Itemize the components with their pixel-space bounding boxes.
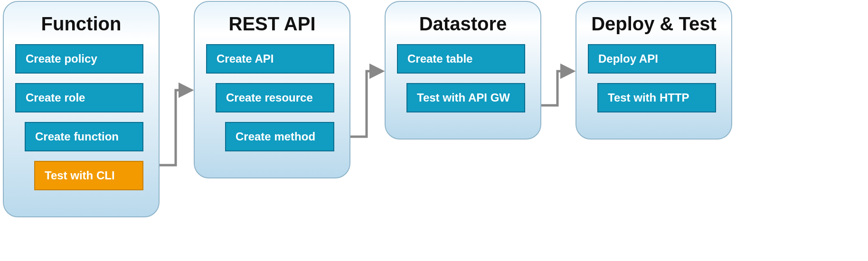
step-label: Test with HTTP	[608, 91, 689, 104]
step-create-method: Create method	[225, 122, 334, 151]
diagram-canvas: Function Create policy Create role Creat…	[0, 0, 868, 261]
step-test-with-http: Test with HTTP	[597, 83, 716, 112]
step-label: Create API	[217, 52, 274, 65]
step-create-table: Create table	[397, 44, 525, 74]
panel-title: Datastore	[397, 13, 529, 35]
panel-title: Deploy & Test	[588, 13, 720, 35]
step-create-resource: Create resource	[216, 83, 334, 112]
step-label: Create function	[35, 130, 119, 143]
step-create-function: Create function	[25, 122, 143, 151]
panel-datastore: Datastore Create table Test with API GW	[385, 1, 541, 140]
arrow-3	[541, 71, 573, 105]
step-label: Create table	[407, 52, 472, 65]
panel-function: Function Create policy Create role Creat…	[3, 1, 160, 217]
step-label: Create method	[236, 130, 315, 143]
step-create-policy: Create policy	[15, 44, 143, 74]
step-label: Create resource	[226, 91, 313, 104]
step-test-with-api-gw: Test with API GW	[406, 83, 525, 112]
panel-deploy-test: Deploy & Test Deploy API Test with HTTP	[576, 1, 732, 140]
step-create-api: Create API	[206, 44, 334, 74]
panel-title: Function	[15, 13, 147, 35]
step-label: Create policy	[26, 52, 97, 65]
arrow-1	[160, 90, 191, 165]
step-label: Test with API GW	[417, 91, 510, 104]
step-deploy-api: Deploy API	[588, 44, 716, 74]
step-create-role: Create role	[15, 83, 143, 112]
step-label: Create role	[26, 91, 85, 104]
step-label: Test with CLI	[45, 169, 115, 182]
arrow-2	[350, 71, 382, 137]
step-label: Deploy API	[598, 52, 658, 65]
panel-rest-api: REST API Create API Create resource Crea…	[194, 1, 350, 178]
panel-title: REST API	[206, 13, 338, 35]
step-test-with-cli: Test with CLI	[34, 161, 143, 190]
